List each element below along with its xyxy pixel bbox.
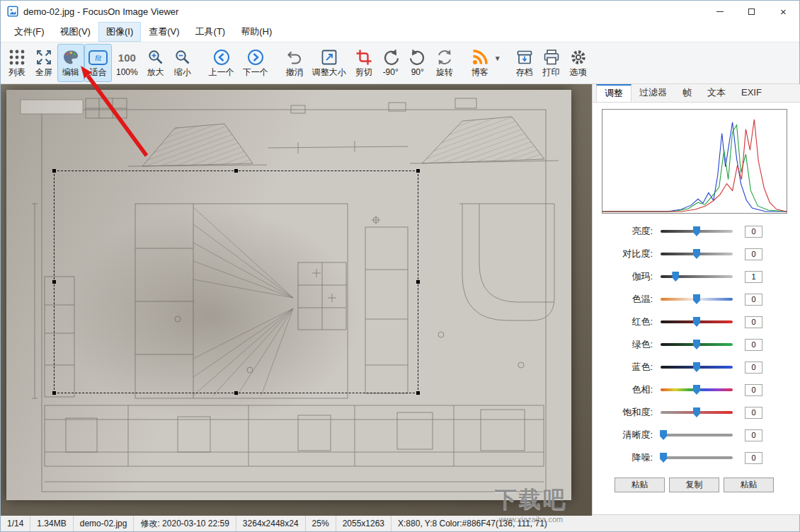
slider-track[interactable] [661, 456, 733, 459]
adjust-sliders: 亮度: 0 对比度: 0 伽玛: 1 色温: 0 [593, 220, 800, 469]
menu-browse[interactable]: 查看(V) [141, 22, 187, 42]
zoom-in-button[interactable]: 放大 [142, 44, 169, 82]
gamma-slider[interactable] [661, 271, 733, 282]
slider-handle[interactable] [693, 407, 700, 417]
green-value[interactable]: 0 [745, 339, 762, 351]
brightness-slider[interactable] [661, 226, 733, 237]
menu-tools[interactable]: 工具(T) [188, 22, 234, 42]
slider-track[interactable] [661, 434, 733, 436]
status-file-size: 1.34MB [30, 516, 73, 531]
undo-button[interactable]: 撤消 [281, 44, 308, 82]
contrast-slider[interactable] [661, 248, 733, 260]
temperature-slider[interactable] [661, 294, 733, 305]
selection-handle[interactable] [52, 391, 56, 395]
slider-row-brightness: 亮度: 0 [593, 220, 800, 243]
slider-handle[interactable] [693, 362, 700, 372]
rotate-button[interactable]: 旋转 [431, 44, 458, 82]
slider-handle[interactable] [693, 294, 700, 304]
menu-file[interactable]: 文件(F) [6, 22, 52, 42]
blog-button[interactable]: 博客 [467, 44, 493, 82]
temperature-value[interactable]: 0 [745, 294, 762, 306]
maximize-button[interactable] [736, 1, 767, 22]
fullscreen-button[interactable]: 全屏 [30, 44, 57, 82]
selection-rectangle[interactable] [54, 170, 418, 393]
close-button[interactable]: × [767, 1, 799, 22]
rotate-left-90-button[interactable]: -90° [377, 44, 404, 82]
archive-button[interactable]: 存档 [511, 44, 538, 82]
app-logo-icon [7, 6, 18, 17]
brightness-label: 亮度: [593, 225, 661, 238]
resize-button[interactable]: 调整大小 [308, 44, 350, 82]
blue-label: 蓝色: [593, 361, 661, 374]
clarity-slider[interactable] [661, 429, 733, 441]
tab-text[interactable]: 文本 [699, 84, 733, 102]
slider-track[interactable] [661, 275, 733, 278]
hue-value[interactable]: 0 [745, 384, 762, 396]
zoom-out-button[interactable]: 缩小 [169, 44, 196, 82]
slider-handle[interactable] [660, 430, 667, 440]
minimize-button[interactable] [704, 1, 736, 22]
titlebar: demo-02.jpg - FocusOn Image Viewer × [1, 1, 799, 22]
blog-dropdown-button[interactable]: ▼ [494, 54, 501, 62]
options-button[interactable]: 选项 [565, 44, 592, 82]
tab-adjust[interactable]: 调整 [596, 84, 632, 102]
blog-rss-icon [471, 48, 489, 66]
saturation-label: 饱和度: [593, 406, 661, 419]
slider-handle[interactable] [672, 272, 679, 282]
selection-handle[interactable] [52, 169, 56, 173]
selection-handle[interactable] [416, 169, 420, 173]
previous-button[interactable]: 上一个 [205, 44, 239, 82]
saturation-slider[interactable] [661, 407, 733, 418]
saturation-value[interactable]: 0 [745, 407, 762, 419]
paste-button-1[interactable]: 粘贴 [615, 478, 665, 492]
selection-handle[interactable] [52, 280, 56, 284]
green-slider[interactable] [661, 339, 733, 350]
next-button[interactable]: 下一个 [239, 44, 273, 82]
histogram [602, 109, 787, 214]
slider-handle[interactable] [693, 317, 700, 327]
maximize-icon [748, 8, 755, 15]
resize-icon [320, 48, 338, 66]
edit-button[interactable]: 编辑 [57, 44, 84, 82]
list-button[interactable]: 列表 [4, 44, 30, 82]
contrast-value[interactable]: 0 [745, 248, 762, 260]
hue-slider[interactable] [661, 384, 733, 395]
rotate-right-90-button[interactable]: 90° [404, 44, 431, 82]
menu-view[interactable]: 视图(V) [52, 22, 98, 42]
tab-frame[interactable]: 帧 [675, 84, 699, 102]
selection-handle[interactable] [416, 280, 420, 284]
selection-handle[interactable] [234, 169, 238, 173]
tab-filter[interactable]: 过滤器 [632, 84, 675, 102]
copy-button[interactable]: 复制 [669, 478, 719, 492]
image-canvas[interactable] [1, 84, 592, 516]
slider-handle[interactable] [693, 385, 700, 395]
paste-button-2[interactable]: 粘贴 [724, 478, 774, 492]
zoom-100-button[interactable]: 100 100% [112, 44, 142, 82]
selection-handle[interactable] [416, 391, 420, 395]
menu-image[interactable]: 图像(I) [98, 22, 141, 42]
gamma-value[interactable]: 1 [745, 271, 762, 283]
selection-handle[interactable] [234, 391, 238, 395]
slider-handle[interactable] [693, 249, 700, 259]
crop-button[interactable]: 剪切 [350, 44, 377, 82]
options-label: 选项 [570, 68, 587, 77]
denoise-slider[interactable] [661, 452, 733, 463]
fit-label: 适合 [90, 68, 107, 77]
red-value[interactable]: 0 [745, 316, 762, 328]
slider-handle[interactable] [660, 453, 667, 463]
slider-handle[interactable] [693, 226, 700, 236]
print-button[interactable]: 打印 [538, 44, 565, 82]
slider-handle[interactable] [693, 340, 700, 349]
denoise-value[interactable]: 0 [745, 452, 762, 464]
menubar: 文件(F) 视图(V) 图像(I) 查看(V) 工具(T) 帮助(H) [1, 22, 799, 42]
tab-exif[interactable]: EXIF [733, 84, 770, 102]
next-icon [246, 48, 265, 66]
clarity-value[interactable]: 0 [745, 429, 762, 441]
zoom-in-label: 放大 [147, 68, 164, 77]
brightness-value[interactable]: 0 [745, 226, 762, 238]
red-slider[interactable] [661, 316, 733, 328]
blue-slider[interactable] [661, 362, 733, 373]
blue-value[interactable]: 0 [745, 362, 762, 374]
menu-help[interactable]: 帮助(H) [233, 22, 280, 42]
fit-button[interactable]: fit 适合 [84, 44, 112, 82]
